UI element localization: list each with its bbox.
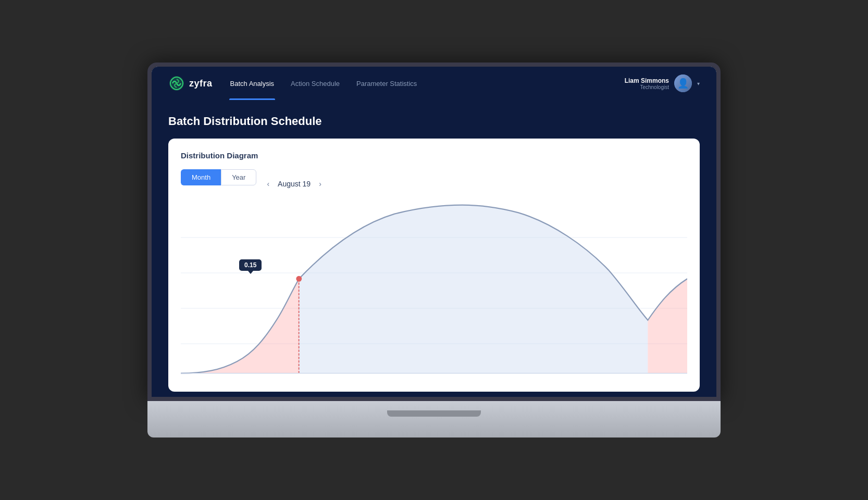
logo: zyfra <box>168 75 213 92</box>
laptop-frame: zyfra Batch Analysis Action Schedule Par… <box>147 63 721 438</box>
prev-date-btn[interactable]: ‹ <box>265 178 271 190</box>
next-date-btn[interactable]: › <box>317 178 324 190</box>
user-info: Liam Simmons Technologist <box>625 77 669 90</box>
chart-area: 0.15 <box>181 202 687 379</box>
nav-left: zyfra Batch Analysis Action Schedule Par… <box>168 67 418 100</box>
date-navigation: ‹ August 19 › <box>265 178 323 190</box>
year-toggle-btn[interactable]: Year <box>221 169 256 185</box>
laptop-base <box>147 401 721 438</box>
logo-text: zyfra <box>189 78 213 89</box>
navigation: zyfra Batch Analysis Action Schedule Par… <box>152 67 716 100</box>
distribution-card: Distribution Diagram Month Year ‹ August… <box>168 139 700 392</box>
user-name: Liam Simmons <box>625 77 669 84</box>
current-date-label: August 19 <box>278 180 311 188</box>
month-toggle-btn[interactable]: Month <box>181 169 221 185</box>
app: zyfra Batch Analysis Action Schedule Par… <box>152 67 716 397</box>
page-title: Batch Distribution Schedule <box>168 115 700 128</box>
nav-right: Liam Simmons Technologist ▾ <box>625 74 700 92</box>
controls-row: Month Year ‹ August 19 › <box>181 169 687 198</box>
avatar-image <box>674 74 692 92</box>
screen: zyfra Batch Analysis Action Schedule Par… <box>152 67 716 397</box>
svg-point-8 <box>296 276 302 282</box>
chevron-down-icon[interactable]: ▾ <box>697 81 700 86</box>
main-content: Batch Distribution Schedule Distribution… <box>152 100 716 397</box>
avatar[interactable] <box>674 74 692 92</box>
user-role: Technologist <box>625 84 669 90</box>
nav-links: Batch Analysis Action Schedule Parameter… <box>229 67 418 100</box>
nav-link-parameter-statistics[interactable]: Parameter Statistics <box>355 67 418 100</box>
screen-bezel: zyfra Batch Analysis Action Schedule Par… <box>147 63 721 401</box>
card-title: Distribution Diagram <box>181 151 687 160</box>
logo-icon <box>168 75 185 92</box>
distribution-chart <box>181 202 687 379</box>
view-toggle: Month Year <box>181 169 256 185</box>
nav-link-batch-analysis[interactable]: Batch Analysis <box>229 67 276 100</box>
nav-link-action-schedule[interactable]: Action Schedule <box>290 67 341 100</box>
